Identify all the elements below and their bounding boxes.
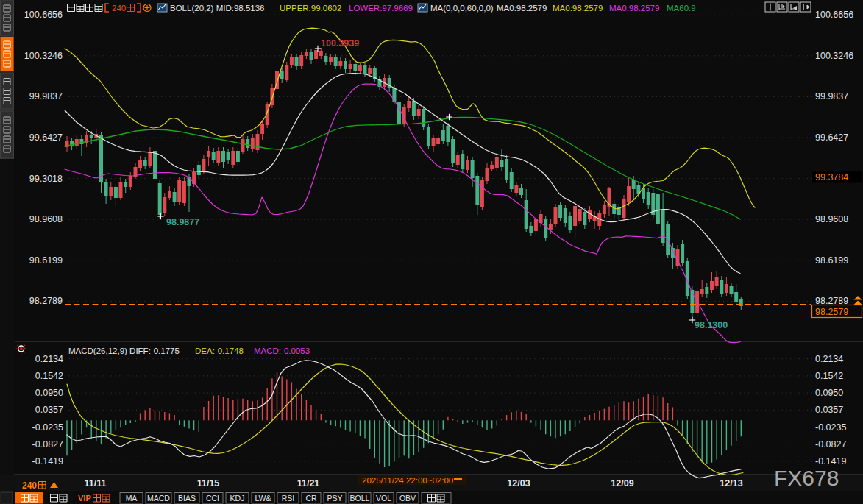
svg-text:-0.0827: -0.0827 — [32, 439, 63, 450]
svg-text:MA60:9: MA60:9 — [667, 4, 696, 13]
svg-text:BOLL(20,2) MID:98.5136: BOLL(20,2) MID:98.5136 — [170, 4, 265, 13]
svg-text:0.2134: 0.2134 — [815, 354, 843, 364]
svg-text:240: 240 — [112, 4, 126, 13]
svg-text:PSY: PSY — [327, 494, 342, 503]
svg-text:MA(0,0,0,60,0,0): MA(0,0,0,60,0,0) — [430, 4, 494, 13]
svg-text:240: 240 — [22, 480, 37, 491]
svg-text:98.2579: 98.2579 — [815, 307, 848, 317]
svg-text:2025/11/24 22:00~02:00: 2025/11/24 22:00~02:00 — [362, 476, 453, 485]
svg-text:100.3246: 100.3246 — [815, 51, 853, 61]
svg-text:99.3784: 99.3784 — [815, 172, 848, 182]
svg-text:11/11: 11/11 — [85, 478, 107, 489]
svg-text:LOWER:97.9669: LOWER:97.9669 — [349, 4, 413, 13]
svg-text:98.9608: 98.9608 — [29, 214, 63, 224]
svg-text:11/15: 11/15 — [197, 478, 220, 489]
svg-text:98.9608: 98.9608 — [815, 214, 848, 224]
svg-text:0.0950: 0.0950 — [35, 388, 63, 398]
svg-text:KDJ: KDJ — [230, 494, 245, 503]
svg-text:CCI: CCI — [206, 494, 219, 503]
svg-text:VOL: VOL — [376, 494, 391, 503]
svg-text:99.3018: 99.3018 — [29, 174, 63, 184]
svg-text:98.9877: 98.9877 — [166, 217, 199, 227]
svg-text:98.6199: 98.6199 — [815, 255, 848, 266]
svg-text:0.1542: 0.1542 — [815, 371, 843, 381]
svg-text:11/21: 11/21 — [297, 478, 320, 489]
svg-text:BIAS: BIAS — [178, 494, 196, 503]
svg-text:99.6427: 99.6427 — [815, 132, 848, 143]
svg-text:0.2134: 0.2134 — [35, 354, 63, 364]
svg-text:98.6199: 98.6199 — [29, 255, 63, 266]
svg-text:RSI: RSI — [282, 494, 295, 503]
svg-text:100.6656: 100.6656 — [24, 10, 63, 20]
svg-text:OBV: OBV — [399, 494, 416, 503]
svg-text:-0.1419: -0.1419 — [815, 456, 846, 466]
svg-text:99.6427: 99.6427 — [29, 132, 63, 143]
svg-text:98.2789: 98.2789 — [29, 296, 63, 306]
svg-text:98.1300: 98.1300 — [695, 320, 728, 330]
svg-text:MACD: MACD — [147, 494, 170, 503]
svg-text:MACD(26,12,9) DIFF:-0.1775: MACD(26,12,9) DIFF:-0.1775 — [68, 347, 180, 355]
svg-text:MA0:98.2579: MA0:98.2579 — [609, 4, 659, 13]
svg-text:-0.0827: -0.0827 — [815, 439, 846, 450]
svg-text:BOLL: BOLL — [350, 494, 370, 503]
svg-text:100.3939: 100.3939 — [321, 38, 359, 49]
svg-text:VIP: VIP — [78, 494, 91, 503]
svg-text:-0.0235: -0.0235 — [815, 422, 846, 433]
svg-text:UPPER:99.0602: UPPER:99.0602 — [280, 4, 341, 13]
svg-text:12/09: 12/09 — [611, 478, 633, 489]
svg-text:-0.1419: -0.1419 — [32, 456, 63, 466]
svg-text:MA0:98.2579: MA0:98.2579 — [553, 4, 603, 13]
svg-text:MA: MA — [126, 494, 138, 503]
svg-text:0.1542: 0.1542 — [35, 371, 63, 381]
svg-text:CR: CR — [305, 494, 317, 503]
svg-text:0.0357: 0.0357 — [815, 405, 843, 415]
svg-text:12/03: 12/03 — [507, 478, 530, 489]
svg-text:-0.0235: -0.0235 — [32, 422, 63, 433]
svg-text:99.9837: 99.9837 — [29, 91, 63, 102]
svg-text:99.9837: 99.9837 — [815, 91, 848, 102]
svg-text:MA0:98.2579: MA0:98.2579 — [497, 4, 547, 13]
svg-text:0.0357: 0.0357 — [35, 405, 63, 415]
svg-text:LW&: LW& — [255, 494, 271, 503]
svg-text:12/13: 12/13 — [720, 478, 742, 489]
svg-text:MACD:-0.0053: MACD:-0.0053 — [254, 347, 310, 355]
svg-text:0.0950: 0.0950 — [815, 388, 843, 398]
svg-text:DEA:-0.1748: DEA:-0.1748 — [195, 347, 244, 355]
svg-text:100.6656: 100.6656 — [815, 10, 853, 20]
svg-text:100.3246: 100.3246 — [24, 51, 63, 61]
svg-text:FX678: FX678 — [774, 466, 839, 490]
